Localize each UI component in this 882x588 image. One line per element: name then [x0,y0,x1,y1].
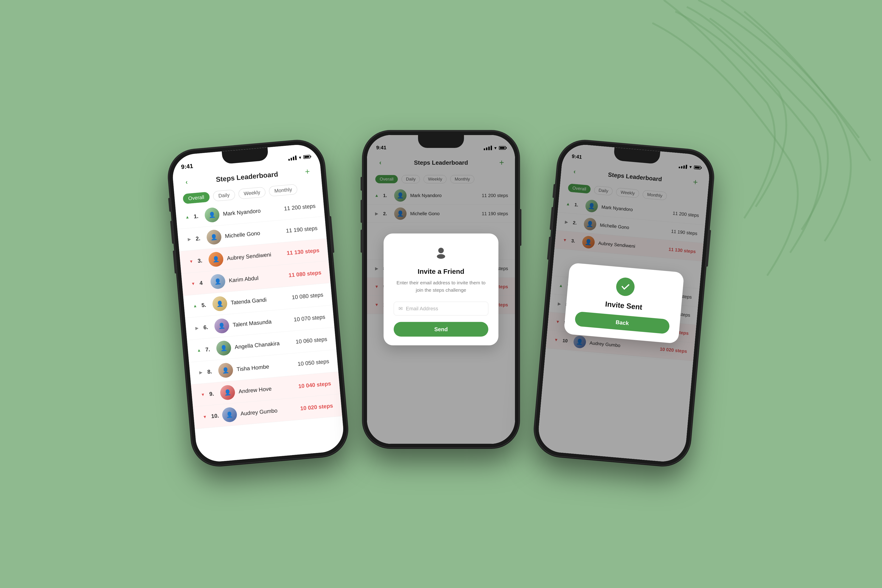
invite-modal-title: Invite a Friend [394,268,488,275]
rank-number: 1. [194,213,201,220]
email-input-container[interactable]: ✉ Email Address [394,302,488,316]
status-icons: ▾ [288,154,310,161]
avatar: 👤 [208,251,224,267]
trend-up-icon: ▲ [184,214,190,220]
signal-icon [288,156,297,161]
phones-container: 9:41 ▾ ‹ Steps Leaderboar [0,0,882,588]
steps-count: 10 060 steps [296,336,327,345]
rank-number: 6. [203,324,211,331]
rank-number: 2. [195,235,203,242]
rank-number: 9. [209,390,217,398]
steps-count: 11 080 steps [288,269,322,278]
battery-fill [304,156,309,158]
svg-point-1 [437,254,445,259]
invite-friend-modal: Invite a Friend Enter their email addres… [384,234,498,345]
person-name: Andrew Hove [238,383,295,394]
trend-up-icon: ▲ [196,348,202,353]
trend-up-icon: ▲ [192,303,198,309]
side-button-power [519,209,521,246]
rank-number: 4 [200,279,207,286]
avatar: 👤 [212,296,228,312]
status-time: 9:41 [181,162,194,170]
avatar: 👤 [204,207,220,223]
email-input[interactable]: Email Address [406,306,483,312]
tab-overall[interactable]: Overall [183,192,210,204]
signal-bar-1 [288,159,290,160]
avatar: 👤 [220,384,236,400]
side-button-volume-up [170,221,175,244]
svg-point-0 [438,248,444,254]
person-name: Mark Nyandoro [223,206,280,217]
avatar: 👤 [218,363,234,378]
phone-left-screen: 9:41 ▾ ‹ Steps Leaderboar [171,143,345,463]
avatar: 👤 [214,318,230,334]
notch [418,135,464,148]
rank-number: 7. [205,346,213,353]
trend-down-icon: ▼ [190,281,196,286]
avatar: 👤 [216,340,231,356]
side-button-power [706,230,711,267]
invite-sent-modal: Invite Sent Back [564,262,684,344]
add-button[interactable]: + [302,166,313,177]
steps-count: 10 050 steps [297,358,329,367]
steps-count: 11 200 steps [284,202,316,212]
email-icon: ✉ [399,306,403,312]
rank-number: 10. [211,412,219,420]
trend-right-icon: ▶ [186,237,192,242]
phone-right: 9:41 ▾ ‹ Steps Leaderboar [532,138,716,468]
person-name: Tisha Hombe [236,361,294,372]
person-icon [432,244,450,262]
steps-count: 11 190 steps [286,225,318,234]
steps-count: 10 080 steps [291,291,323,301]
phone-center: 9:41 ▾ ‹ Steps Leaderboar [363,131,519,448]
side-button-mute [361,177,363,190]
signal-bar-2 [291,158,292,160]
person-name: Aubrey Sendiweni [227,250,284,262]
person-name: Audrey Gumbo [240,406,297,417]
trend-right-icon: ▶ [198,370,204,375]
trend-down-icon: ▼ [188,259,194,264]
trend-down-icon: ▼ [202,414,208,419]
trend-down-icon: ▼ [200,392,206,398]
check-circle [615,277,635,297]
steps-count: 11 130 steps [286,247,320,256]
side-button-volume-down [361,230,363,253]
trend-right-icon: ▶ [194,325,200,331]
person-name: Talent Masunda [232,317,290,328]
signal-bar-3 [292,157,294,160]
send-button[interactable]: Send [394,322,488,337]
screen-title: Steps Leaderboard [216,170,279,183]
avatar: 👤 [210,273,226,290]
avatar: 👤 [206,229,222,245]
tab-daily[interactable]: Daily [213,189,235,201]
invite-sent-title: Invite Sent [576,297,671,314]
side-button-volume-down [547,237,552,260]
back-button[interactable]: ‹ [181,177,192,188]
person-name: Karim Abdul [228,272,285,284]
phone-left: 9:41 ▾ ‹ Steps Leaderboar [166,138,350,468]
phone-right-screen: 9:41 ▾ ‹ Steps Leaderboar [537,143,711,463]
back-action-button[interactable]: Back [574,311,670,334]
leaderboard-list: ▲ 1. 👤 Mark Nyandoro 11 200 steps ▶ 2. 👤… [176,194,345,463]
rank-number: 3. [197,257,205,264]
wifi-icon: ▾ [298,154,302,160]
steps-count: 10 070 steps [294,314,326,323]
avatar: 👤 [222,407,237,423]
rank-number: 8. [207,368,215,375]
side-button-mute [552,184,556,198]
side-button-volume-up [550,207,554,230]
invite-modal-subtitle: Enter their email address to invite them… [394,279,488,294]
rank-number: 5. [201,302,209,309]
battery-icon [303,155,310,159]
side-button-mute [168,198,172,212]
side-button-power [329,216,334,253]
tab-weekly[interactable]: Weekly [238,187,266,199]
side-button-volume-up [361,200,363,223]
person-name: Michelle Gono [225,228,282,240]
side-button-volume-down [173,250,177,273]
steps-count: 10 040 steps [298,380,332,390]
signal-bar-4 [295,156,297,160]
person-name: Angella Chanakira [234,339,292,351]
tab-monthly[interactable]: Monthly [269,184,298,196]
check-icon-container [615,277,635,297]
